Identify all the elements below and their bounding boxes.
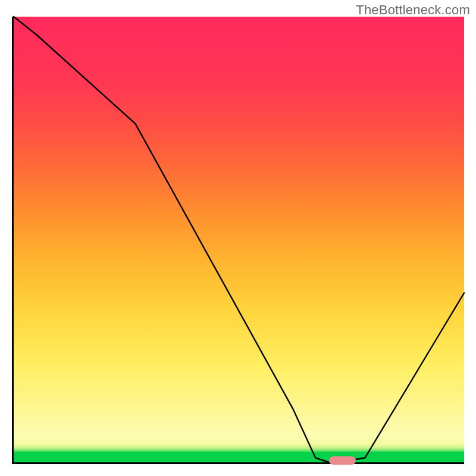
chart-container: TheBottleneck.com: [0, 0, 476, 476]
plot-area: [12, 17, 464, 464]
baseline-marker: [329, 456, 356, 465]
curve-path: [14, 17, 464, 462]
watermark-label: TheBottleneck.com: [356, 2, 470, 18]
curve-svg: [14, 17, 464, 462]
